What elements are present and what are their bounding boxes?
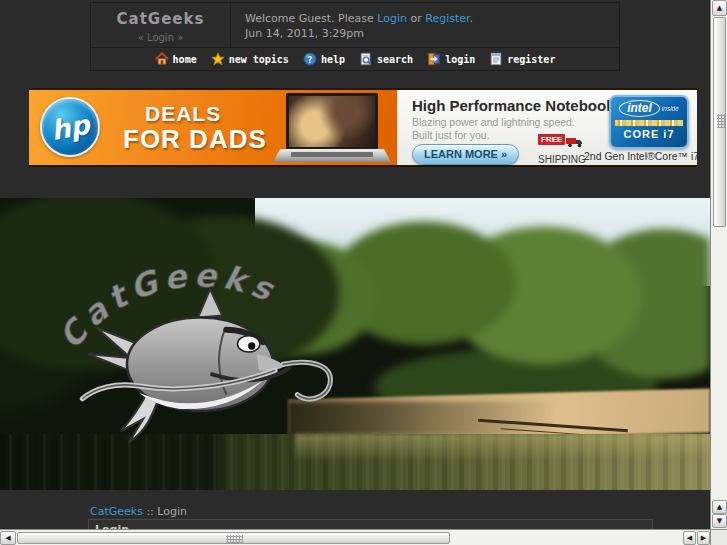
scrollbar-corner: [710, 529, 727, 545]
intel-core-text: CORE i7: [611, 128, 687, 140]
period-text: .: [470, 12, 474, 25]
hp-ad-banner[interactable]: hp DEALS FOR DADS High Performance Noteb…: [29, 88, 697, 167]
ad-white-section: High Performance Notebooks Blazing power…: [397, 90, 697, 165]
intel-inside-text: inside: [662, 105, 679, 112]
laptop-image: [271, 93, 393, 165]
site-title[interactable]: CatGeeks: [91, 10, 230, 28]
nav-bar: home new topics ? help search login regi…: [91, 48, 619, 70]
laptop-base: [273, 149, 391, 162]
vertical-scrollbar-bottom-buttons: [712, 500, 727, 528]
breadcrumb-site-link[interactable]: CatGeeks: [90, 505, 143, 518]
nav-item-register[interactable]: register: [489, 52, 555, 66]
hp-logo: hp: [40, 97, 100, 157]
search-icon: [359, 52, 373, 66]
nav-item-login[interactable]: login: [427, 52, 475, 66]
truck-icon: [566, 134, 584, 152]
ad-headline: DEALS FOR DADS: [123, 103, 267, 152]
or-text: or: [407, 12, 425, 25]
breadcrumb-separator: ::: [143, 505, 157, 518]
nav-item-home[interactable]: home: [155, 52, 197, 66]
nav-item-help[interactable]: ? help: [303, 52, 345, 66]
thumb-grip: [226, 535, 243, 543]
register-icon: [489, 52, 503, 66]
intel-core-i7-badge: intel inside CORE i7: [609, 95, 689, 149]
scroll-right-button[interactable]: [697, 531, 710, 545]
horizontal-scrollbar-thumb[interactable]: [17, 532, 450, 544]
nav-item-search[interactable]: search: [359, 52, 413, 66]
logo-cell: CatGeeks « Login »: [91, 3, 231, 47]
welcome-cell: Welcome Guest. Please Login or Register.…: [231, 3, 619, 47]
forum-banner-image: CatGeeks: [0, 198, 710, 490]
intel-logo-row: intel inside: [611, 100, 687, 117]
scroll-up-button[interactable]: [712, 0, 727, 16]
nav-label-login: login: [445, 54, 475, 65]
nav-item-new-topics[interactable]: new topics: [211, 52, 289, 66]
processor-text: 2nd Gen Intel®Core™ i7 Processor: [584, 150, 727, 162]
welcome-line: Welcome Guest. Please Login or Register.: [245, 11, 619, 26]
thumb-grip: [717, 114, 726, 128]
login-form-box-clipped: Login: [88, 519, 653, 529]
nav-label-home: home: [173, 54, 197, 65]
login-icon: [427, 52, 441, 66]
hp-logo-text: hp: [48, 108, 91, 145]
ad-orange-section: hp DEALS FOR DADS: [29, 90, 397, 165]
register-link[interactable]: Register: [425, 12, 469, 25]
home-icon: [155, 52, 169, 66]
intel-logo-text: intel: [619, 100, 660, 117]
header: CatGeeks « Login » Welcome Guest. Please…: [90, 2, 620, 71]
nav-label-new-topics: new topics: [229, 54, 289, 65]
scroll-left-button[interactable]: [0, 531, 16, 545]
ad-title: High Performance Notebooks: [412, 97, 623, 114]
nav-label-register: register: [507, 54, 555, 65]
free-badge: FREE: [538, 134, 565, 145]
vertical-scrollbar[interactable]: [710, 0, 727, 529]
nav-label-help: help: [321, 54, 345, 65]
forum-page: CatGeeks « Login » Welcome Guest. Please…: [0, 0, 727, 545]
breadcrumb: CatGeeks :: Login: [90, 505, 187, 518]
datetime-text: Jun 14, 2011, 3:29pm: [245, 26, 619, 41]
login-box-title: Login: [89, 520, 652, 529]
scroll-up-button-bottom[interactable]: [712, 500, 727, 514]
vertical-scrollbar-thumb[interactable]: [713, 17, 726, 227]
login-link[interactable]: Login: [377, 12, 407, 25]
header-top-row: CatGeeks « Login » Welcome Guest. Please…: [91, 3, 619, 48]
help-icon: ?: [303, 52, 317, 66]
ad-headline-line1: DEALS: [145, 103, 267, 124]
welcome-text: Welcome Guest. Please: [245, 12, 377, 25]
ad-headline-line2: FOR DADS: [123, 126, 267, 152]
scroll-down-button[interactable]: [712, 514, 727, 528]
nav-label-search: search: [377, 54, 413, 65]
horizontal-scrollbar[interactable]: [0, 529, 710, 545]
horizontal-scrollbar-right-buttons: [683, 531, 710, 545]
current-page-label: « Login »: [91, 32, 230, 43]
intel-mosaic-strip: [615, 120, 683, 126]
catgeeks-fish-logo: CatGeeks: [58, 244, 342, 448]
scroll-left-button-right[interactable]: [683, 531, 696, 545]
learn-more-button[interactable]: LEARN MORE »: [412, 144, 519, 165]
svg-text:?: ?: [307, 55, 312, 65]
banner-water-highlight: [295, 434, 710, 460]
ad-subtitle-line1: Blazing power and lightning speed.: [412, 116, 575, 129]
new-topics-icon: [211, 52, 225, 66]
laptop-photo: [286, 93, 378, 150]
breadcrumb-page: Login: [157, 505, 187, 518]
